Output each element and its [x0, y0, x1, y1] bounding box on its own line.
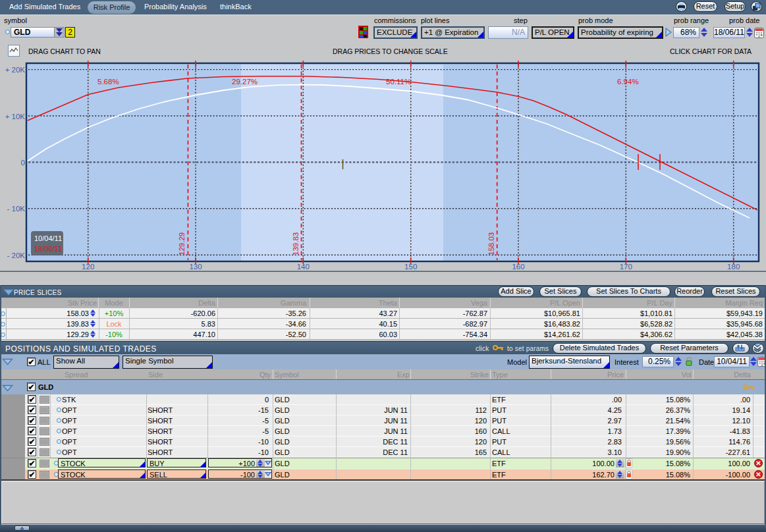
svg-text:10/04/11: 10/04/11 [34, 234, 62, 242]
svg-text:- 20K: - 20K [7, 252, 26, 259]
svg-text:6.94%: 6.94% [617, 78, 639, 86]
svg-text:170: 170 [620, 263, 632, 271]
svg-text:139.83: 139.83 [292, 232, 300, 255]
svg-text:160: 160 [512, 263, 524, 271]
svg-text:29.27%: 29.27% [232, 78, 258, 86]
svg-text:129.29: 129.29 [178, 232, 186, 255]
svg-text:50.11%: 50.11% [386, 78, 411, 86]
svg-text:0: 0 [21, 159, 25, 167]
svg-text:18/06/11: 18/06/11 [34, 245, 62, 253]
svg-text:5.68%: 5.68% [97, 78, 119, 86]
svg-text:+ 20K: + 20K [5, 66, 26, 74]
svg-text:180: 180 [727, 263, 740, 271]
svg-text:+ 10K: + 10K [5, 113, 26, 120]
svg-text:- 10K: - 10K [7, 205, 26, 213]
svg-text:150: 150 [404, 263, 417, 271]
svg-text:158.03: 158.03 [487, 232, 495, 255]
svg-text:130: 130 [189, 263, 202, 271]
svg-text:140: 140 [297, 263, 310, 271]
svg-text:120: 120 [82, 263, 94, 271]
